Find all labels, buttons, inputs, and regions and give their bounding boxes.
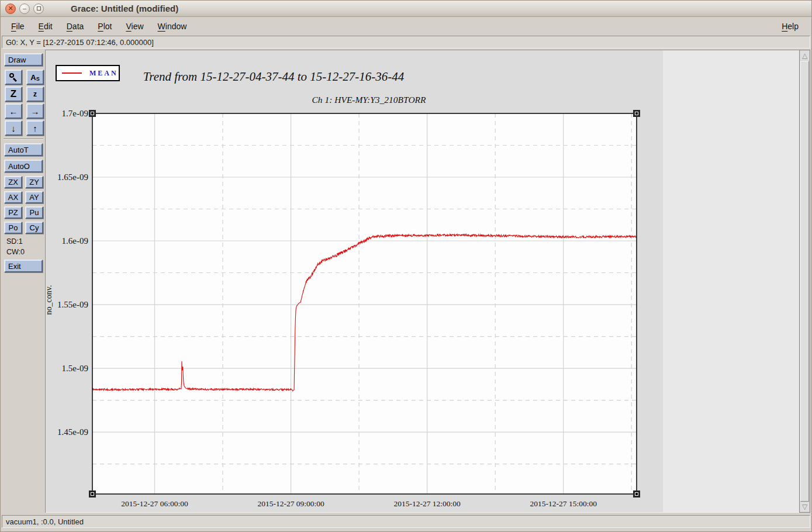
minimize-icon[interactable]: –	[19, 4, 30, 14]
y-tick-label: 1.55e-09	[57, 300, 88, 309]
vertical-scrollbar[interactable]: △ ▽	[799, 50, 810, 513]
pan-right-button[interactable]: →	[26, 103, 44, 119]
menu-file[interactable]: File	[8, 19, 28, 33]
maximize-icon[interactable]	[33, 4, 44, 14]
locator-text: G0: X, Y = [12-27-2015 07:12:46, 0.00000…	[6, 38, 154, 47]
pan-up-button[interactable]: ↑	[26, 120, 44, 136]
menu-help[interactable]: Help	[778, 19, 802, 33]
y-axis-label: no_conv.	[46, 285, 53, 315]
pan-left-button[interactable]: ←	[5, 103, 22, 119]
y-tick-label: 1.6e-09	[62, 236, 88, 246]
window-title: Grace: Untitled (modified)	[71, 4, 178, 13]
zoom-out-icon: z	[33, 90, 37, 98]
window-titlebar[interactable]: ✕ – Grace: Untitled (modified)	[1, 1, 811, 17]
scroll-down-icon[interactable]: ▽	[800, 502, 809, 512]
autoscale-icon: A	[30, 73, 36, 82]
zx-button[interactable]: ZX	[4, 176, 22, 188]
close-icon[interactable]: ✕	[5, 4, 16, 14]
plot-svg: 1.45e-091.5e-091.55e-091.6e-091.65e-091.…	[46, 50, 663, 513]
scrollbar-thumb[interactable]	[800, 61, 809, 502]
tool-icon-grid: ASZz←→↓↑	[5, 70, 44, 136]
legend-series-label: MEAN	[89, 69, 118, 78]
window-controls: ✕ –	[5, 4, 44, 14]
toolbar-separator	[4, 139, 43, 140]
tool-pair-grid: ZXZYAXAYPZPuPoCy	[4, 176, 44, 234]
chart-title: Trend from 15-12-27-04-37-44 to 15-12-27…	[143, 70, 405, 84]
locator-bar: G0: X, Y = [12-27-2015 07:12:46, 0.00000…	[2, 36, 810, 49]
x-tick-label: 2015-12-27 15:00:00	[530, 499, 597, 508]
y-tick-label: 1.45e-09	[57, 427, 88, 437]
autoscale-button[interactable]: AS	[26, 70, 44, 85]
plot-interior[interactable]	[92, 113, 637, 494]
ax-button[interactable]: AX	[4, 191, 22, 203]
grace-window: ✕ – Grace: Untitled (modified) FileEditD…	[0, 0, 812, 532]
menu-view[interactable]: View	[122, 19, 147, 33]
menu-window[interactable]: Window	[154, 19, 191, 33]
pan-down-icon: ↓	[11, 123, 16, 133]
side-toolbar: Draw ASZz←→↓↑ AutoT AutoO ZXZYAXAYPZPuPo…	[2, 50, 46, 513]
graph-page[interactable]: 1.45e-091.5e-091.55e-091.6e-091.65e-091.…	[46, 50, 663, 512]
autot-button[interactable]: AutoT	[4, 143, 43, 156]
exit-button[interactable]: Exit	[4, 260, 43, 272]
scroll-up-icon[interactable]: △	[800, 51, 809, 60]
pan-down-button[interactable]: ↓	[5, 120, 22, 136]
autoo-button[interactable]: AutoO	[4, 160, 43, 172]
x-tick-label: 2015-12-27 12:00:00	[393, 499, 461, 508]
frame-corner-dot	[635, 493, 638, 496]
pan-up-icon: ↑	[33, 123, 37, 133]
magnifier-icon	[9, 72, 18, 82]
ay-button[interactable]: AY	[25, 191, 43, 203]
drawing-canvas[interactable]: 1.45e-091.5e-091.55e-091.6e-091.65e-091.…	[46, 50, 799, 513]
status-text: vacuum1, :0.0, Untitled	[6, 517, 84, 526]
pan-right-icon: →	[31, 106, 40, 116]
zy-button[interactable]: ZY	[25, 176, 43, 188]
magnifier-button[interactable]	[5, 70, 22, 85]
pz-button[interactable]: PZ	[4, 206, 22, 219]
chart-subtitle: Ch 1: HVE-MY:Y3_210BTORR	[312, 95, 426, 105]
legend-line-sample	[62, 72, 82, 74]
status-bar: vacuum1, :0.0, Untitled	[2, 515, 810, 528]
zoom-out-button[interactable]: z	[26, 87, 44, 102]
legend-box[interactable]: MEAN	[56, 65, 120, 81]
pu-button[interactable]: Pu	[25, 206, 43, 219]
y-tick-label: 1.7e-09	[62, 109, 88, 118]
sd-indicator: SD:1	[6, 237, 44, 246]
frame-corner-dot	[91, 112, 94, 115]
zoom-in-button[interactable]: Z	[5, 87, 22, 102]
x-tick-label: 2015-12-27 09:00:00	[257, 499, 324, 508]
cw-indicator: CW:0	[6, 248, 44, 256]
menu-plot[interactable]: Plot	[94, 19, 115, 33]
po-button[interactable]: Po	[4, 222, 22, 234]
y-tick-label: 1.5e-09	[62, 364, 88, 373]
frame-corner-dot	[91, 493, 94, 496]
zoom-in-icon: Z	[11, 88, 16, 100]
frame-corner-dot	[635, 112, 638, 115]
menu-bar: FileEditDataPlotViewWindow Help	[1, 17, 811, 36]
menu-edit[interactable]: Edit	[35, 19, 56, 33]
menu-data[interactable]: Data	[63, 19, 88, 33]
pan-left-icon: ←	[9, 106, 18, 116]
cy-button[interactable]: Cy	[25, 222, 43, 234]
y-tick-label: 1.65e-09	[57, 172, 88, 182]
draw-button[interactable]: Draw	[4, 53, 43, 66]
main-area: Draw ASZz←→↓↑ AutoT AutoO ZXZYAXAYPZPuPo…	[2, 50, 810, 513]
x-tick-label: 2015-12-27 06:00:00	[121, 499, 188, 508]
